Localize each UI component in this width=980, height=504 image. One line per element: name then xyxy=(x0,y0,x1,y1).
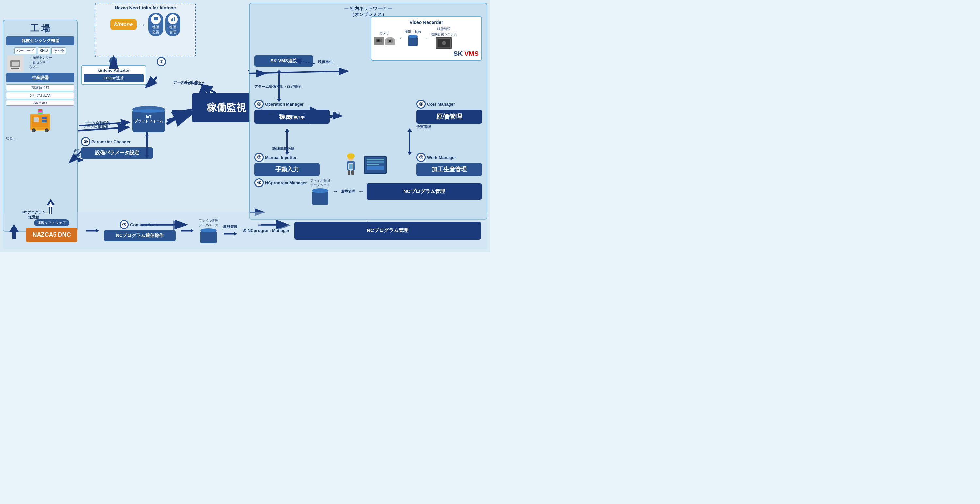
nc-send-label: NCプログラム送受信 xyxy=(22,206,45,220)
cost-box: 原価管理 xyxy=(417,110,482,124)
camera-label: カメラ xyxy=(379,31,390,36)
label-setting-change: 設定 変更 xyxy=(73,149,81,158)
machine-illustration xyxy=(6,108,75,135)
param-sub: 設備パラメータ設定 xyxy=(95,150,139,155)
op-title: Operation Manager xyxy=(265,102,304,107)
ncprog-db-area: ファイル管理データベース xyxy=(199,219,218,243)
people-illustration xyxy=(331,145,396,184)
factory-title: 工 場 xyxy=(6,23,75,34)
ncprogram-mgmt-box: NCプログラム管理 xyxy=(366,184,482,200)
kintone-badge-1: 稼働 監視 xyxy=(148,13,163,36)
mgmt-label: 映像管理 xyxy=(438,27,450,31)
comm-num-circle: ⑦ xyxy=(119,220,129,229)
arrow-to-ncprog xyxy=(181,228,194,234)
video-recorder-section: Video Recorder カメラ xyxy=(371,16,482,61)
adaptor-title: kintone Adaptor xyxy=(84,68,144,73)
manual-sub: 手動入力 xyxy=(275,166,299,173)
nazca-box: NAZCA5 DNC xyxy=(26,228,78,242)
arrow-to-communicator xyxy=(86,228,99,234)
comm-sub: NCプログラム通信操作 xyxy=(116,233,164,238)
svg-rect-43 xyxy=(38,113,42,114)
chart-icon xyxy=(168,14,178,24)
svg-point-56 xyxy=(442,41,446,45)
kintone-badges: 稼働 監視 稼働 管理 xyxy=(148,13,180,36)
svg-rect-37 xyxy=(33,117,38,122)
iot-label-line1: IoT xyxy=(146,114,151,119)
ncprog-mgmt-label-bottom: NCプログラム管理 xyxy=(367,228,408,234)
hist-arrow-area: 履歴管理 xyxy=(223,224,237,237)
svg-marker-80 xyxy=(96,229,99,232)
skvms-logo: SK VMS xyxy=(453,50,479,57)
svg-rect-61 xyxy=(349,164,353,169)
svg-rect-30 xyxy=(172,18,173,21)
hist-label-bottom: 履歴管理 xyxy=(223,224,237,229)
arrow-photo: → xyxy=(398,35,402,40)
camera-1-icon xyxy=(374,37,384,45)
op-num-circle: ② xyxy=(255,100,264,109)
svg-marker-72 xyxy=(407,128,412,132)
nazca-section: 連携ソフトウェア NAZCA5 DNC xyxy=(22,219,81,242)
svg-rect-62 xyxy=(348,170,350,175)
label-detail: 詳細情報記録 xyxy=(272,146,294,151)
arrow-hist: → xyxy=(358,188,364,195)
kakou-title: 稼働監視 xyxy=(207,101,246,114)
factory-up-arrow xyxy=(9,223,19,239)
work-num-circle: ⑤ xyxy=(417,153,426,162)
svg-point-58 xyxy=(347,154,355,158)
video-recorder-box: Video Recorder カメラ xyxy=(371,16,482,61)
camera-2-icon xyxy=(385,37,395,45)
sk-vms-box: SK VMS連携 xyxy=(255,55,313,67)
arrow-mgmt: → xyxy=(424,35,428,40)
network-title: ー 社内ネットワーク ー （オンプレミス） xyxy=(252,6,484,17)
sensing-box: 各種センシング機器 xyxy=(6,36,75,45)
main-container: Nazca Neo Linka for kintone kintone → 稼働… xyxy=(0,0,490,252)
param-box: 設備パラメータ設定 xyxy=(81,147,153,158)
work-sub: 加工生産管理 xyxy=(431,166,467,173)
label-replay: 映像再生 xyxy=(318,59,332,64)
op-sub: 稼働管理 xyxy=(279,113,305,120)
tag-barcode: バーコード xyxy=(14,48,36,54)
ncprogram-hist: 履歴管理 xyxy=(341,189,355,194)
svg-line-3 xyxy=(147,77,157,87)
ncprogram-num-circle: ⑧ xyxy=(255,178,264,187)
ncprog-section-title: ⑧ NCprogram Manager xyxy=(242,228,290,233)
factory-note-prod4: など… xyxy=(6,136,75,141)
prod-item-3: AIO/DIO xyxy=(6,100,75,106)
svg-rect-33 xyxy=(12,62,19,66)
svg-rect-27 xyxy=(154,17,158,20)
kintone-badge-2: 稼働 管理 xyxy=(165,13,180,36)
cost-sub: 原価管理 xyxy=(436,113,462,120)
iot-platform: IoT プラットフォーム xyxy=(129,106,168,132)
camera-area: カメラ xyxy=(374,31,395,45)
svg-marker-70 xyxy=(285,128,290,132)
kintone-badge-1-label: 稼働 監視 xyxy=(152,25,159,35)
cost-title: Cost Manager xyxy=(427,102,455,107)
production-title: 生産設備 xyxy=(32,75,49,80)
scanner-icon xyxy=(7,55,24,72)
network-section: ー 社内ネットワーク ー （オンプレミス） Video Recorder カメラ xyxy=(249,3,487,220)
file-label: ファイル管理 データベース xyxy=(310,178,330,187)
svg-marker-82 xyxy=(191,229,194,232)
label-auto-collect: データ自動収集 xyxy=(85,121,110,126)
photo-label: 撮影・録画 xyxy=(405,29,421,34)
sensing-title: 各種センシング機器 xyxy=(21,38,59,43)
svg-point-44 xyxy=(32,128,36,132)
factory-section: 工 場 各種センシング機器 バーコード RFID その他 ・振動センサー ・音セ… xyxy=(3,20,78,232)
vr-title: Video Recorder xyxy=(374,20,479,25)
renkei-badge: 連携ソフトウェア xyxy=(34,219,69,226)
svg-rect-63 xyxy=(352,170,354,175)
svg-point-45 xyxy=(45,128,49,132)
svg-point-53 xyxy=(390,40,391,42)
ncprogram-mgmt-label: NCプログラム管理 xyxy=(403,189,445,195)
prod-item-1: 積層信号灯 xyxy=(6,84,75,91)
work-manager-section: ⑤ Work Manager 加工生産管理 xyxy=(417,153,482,176)
monitor-container: ① Monitor HTTPS通信 ソケット通信 CSVファイル メール その他… xyxy=(157,57,166,67)
kintone-badge-2-label: 稼働 管理 xyxy=(169,25,177,35)
screen-thumbnail xyxy=(436,37,452,49)
svg-rect-39 xyxy=(42,120,47,122)
db-cylinder xyxy=(408,35,418,46)
svg-rect-31 xyxy=(174,17,175,21)
hist-label: 履歴管理 xyxy=(341,189,355,194)
svg-point-49 xyxy=(378,40,379,41)
db-icon xyxy=(200,228,216,243)
